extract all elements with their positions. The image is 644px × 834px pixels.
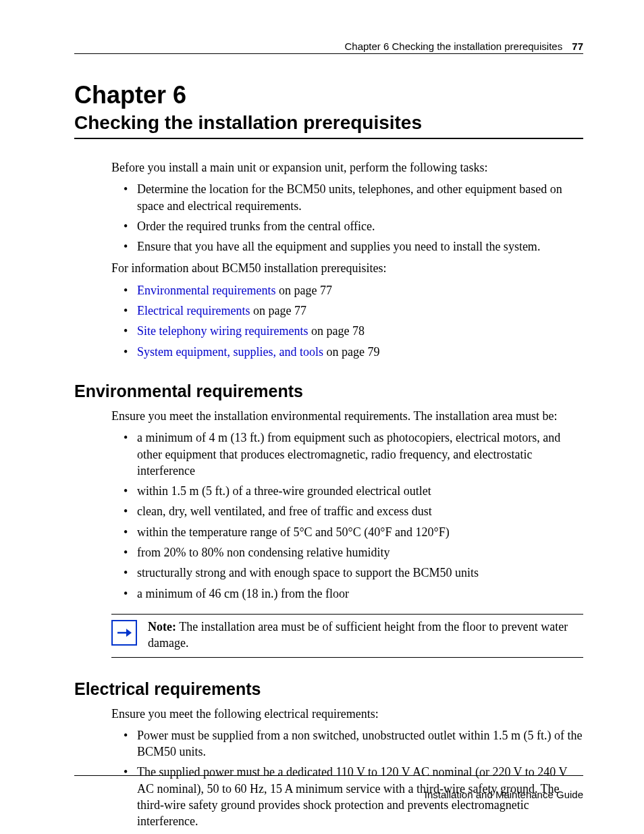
note-box: Note: The installation area must be of s… [111, 614, 583, 658]
list-item: within 1.5 m (5 ft.) of a three-wire gro… [137, 483, 583, 499]
elec-list: Power must be supplied from a non switch… [111, 727, 583, 830]
list-item: Ensure that you have all the equipment a… [137, 238, 583, 255]
list-item: within the temperature range of 5°C and … [137, 524, 583, 540]
footer-text: Installation and Maintenance Guide [425, 789, 583, 800]
refs-list: Environmental requirements on page 77 El… [111, 282, 583, 360]
xref-link[interactable]: Site telephony wiring requirements [137, 324, 308, 338]
xref-suffix: on page 79 [323, 345, 379, 359]
arrow-right-icon [111, 620, 137, 646]
running-title: Chapter 6 Checking the installation prer… [344, 41, 562, 52]
list-item: from 20% to 80% non condensing relative … [137, 544, 583, 561]
list-item: clean, dry, well ventilated, and free of… [137, 503, 583, 519]
list-item: Determine the location for the BCM50 uni… [137, 181, 583, 214]
chapter-number: Chapter 6 [74, 81, 583, 109]
list-item: System equipment, supplies, and tools on… [137, 344, 583, 360]
list-item: Power must be supplied from a non switch… [137, 727, 583, 760]
page-number: 77 [565, 41, 583, 52]
env-block: Ensure you meet the installation environ… [111, 408, 583, 602]
intro-block: Before you install a main unit or expans… [111, 159, 583, 360]
xref-link[interactable]: Environmental requirements [137, 284, 275, 297]
note-body: The installation area must be of suffici… [148, 620, 568, 650]
list-item: Electrical requirements on page 77 [137, 303, 583, 319]
xref-suffix: on page 78 [308, 324, 364, 338]
chapter-title: Checking the installation prerequisites [74, 112, 583, 134]
list-item: a minimum of 46 cm (18 in.) from the flo… [137, 585, 583, 602]
chapter-rule [74, 138, 583, 139]
note-label: Note: [148, 620, 176, 633]
list-item: a minimum of 4 m (13 ft.) from equipment… [137, 429, 583, 479]
env-list: a minimum of 4 m (13 ft.) from equipment… [111, 429, 583, 602]
header-rule [74, 53, 583, 54]
xref-suffix: on page 77 [250, 304, 306, 317]
list-item: Site telephony wiring requirements on pa… [137, 323, 583, 339]
footer-rule [74, 775, 583, 776]
xref-link[interactable]: System equipment, supplies, and tools [137, 345, 323, 359]
intro-task-list: Determine the location for the BCM50 uni… [111, 181, 583, 255]
list-item: Order the required trunks from the centr… [137, 218, 583, 234]
running-header: Chapter 6 Checking the installation prer… [74, 41, 583, 52]
xref-link[interactable]: Electrical requirements [137, 304, 250, 317]
refs-lead: For information about BCM50 installation… [111, 260, 583, 276]
list-item: structurally strong and with enough spac… [137, 565, 583, 581]
page: Chapter 6 Checking the installation prer… [0, 0, 644, 834]
list-item: Environmental requirements on page 77 [137, 282, 583, 298]
elec-block: Ensure you meet the following electrical… [111, 706, 583, 830]
chapter-heading-block: Chapter 6 Checking the installation prer… [74, 81, 583, 139]
svg-marker-1 [126, 629, 132, 637]
section-heading-electrical: Electrical requirements [74, 679, 583, 699]
xref-suffix: on page 77 [275, 284, 331, 297]
section-heading-environmental: Environmental requirements [74, 382, 583, 401]
intro-lead: Before you install a main unit or expans… [111, 159, 583, 176]
elec-lead: Ensure you meet the following electrical… [111, 706, 583, 722]
env-lead: Ensure you meet the installation environ… [111, 408, 583, 424]
note-text: Note: The installation area must be of s… [148, 619, 583, 652]
